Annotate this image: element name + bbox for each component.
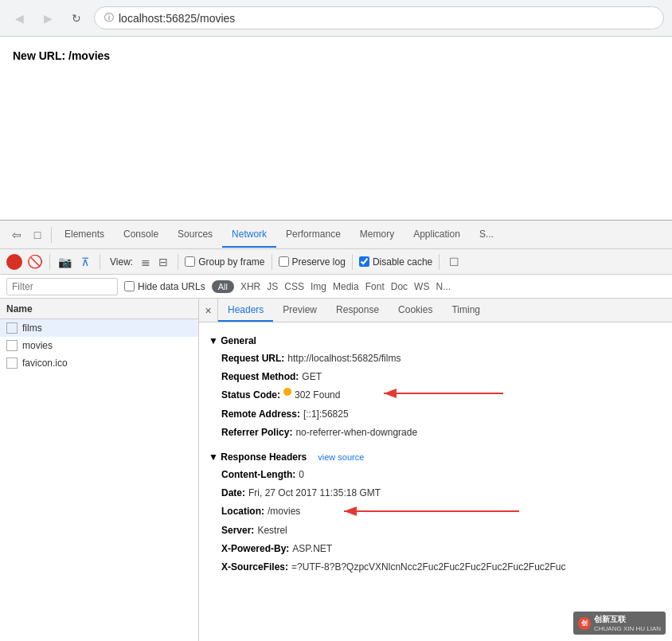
back-button[interactable]: ◀ <box>8 7 30 29</box>
disable-cache-checkbox[interactable] <box>359 256 369 267</box>
camera-button[interactable]: 📷 <box>57 254 72 270</box>
content-length-value: 0 <box>299 467 304 483</box>
tab-cookies[interactable]: Cookies <box>389 299 442 322</box>
detail-row: Server: Kestrel <box>209 522 662 540</box>
lock-icon: ⓘ <box>104 11 114 25</box>
view-label: View: <box>110 256 133 268</box>
request-method-value: GET <box>302 369 322 385</box>
tab-more[interactable]: S... <box>470 222 503 248</box>
page-url-display: New URL: /movies <box>13 49 110 62</box>
preserve-log-group: Preserve log <box>279 256 346 268</box>
filter-n-label[interactable]: N... <box>436 281 451 292</box>
tab-headers[interactable]: Headers <box>218 299 273 322</box>
filter-input[interactable] <box>6 278 118 295</box>
preserve-log-label[interactable]: Preserve log <box>292 256 346 268</box>
filter-css-label[interactable]: CSS <box>284 281 304 292</box>
tab-timing[interactable]: Timing <box>442 299 490 322</box>
hide-data-urls-checkbox[interactable] <box>124 281 135 291</box>
list-item[interactable]: favicon.ico <box>0 354 198 372</box>
toolbar-sep-1 <box>49 254 50 270</box>
name-column-header: Name <box>6 303 33 315</box>
tab-console[interactable]: Console <box>114 222 168 248</box>
toolbar-sep-3 <box>178 254 178 270</box>
status-code-key: Status Code: <box>221 388 280 403</box>
detail-row: X-Powered-By: ASP.NET <box>209 540 662 558</box>
hide-data-urls-label[interactable]: Hide data URLs <box>138 281 205 292</box>
toolbar-sep-6 <box>439 254 440 270</box>
detail-row: Status Code: 302 Found <box>209 386 662 405</box>
tab-sources[interactable]: Sources <box>168 222 222 248</box>
filter-font-label[interactable]: Font <box>365 281 385 292</box>
x-powered-by-key: X-Powered-By: <box>221 541 289 557</box>
toolbar-sep-4 <box>272 254 272 270</box>
file-item-name: favicon.ico <box>22 358 192 369</box>
detail-row: X-SourceFiles: =?UTF-8?B?QzpcVXNlcnNcc2F… <box>209 558 662 577</box>
group-by-frame-label[interactable]: Group by frame <box>198 256 264 268</box>
referrer-policy-key: Referrer Policy: <box>221 425 292 440</box>
view-icon-group: ≣ ⊟ <box>138 254 171 270</box>
forward-button[interactable]: ▶ <box>37 7 59 29</box>
view-source-link[interactable]: view source <box>318 452 364 462</box>
response-headers-section-header: ▼ Response Headers view source <box>209 451 662 463</box>
detail-row: Content-Length: 0 <box>209 466 662 484</box>
file-item-name: movies <box>22 340 192 351</box>
hide-data-urls-group: Hide data URLs <box>124 281 205 292</box>
detail-tab-bar: × Headers Preview Response Cookies Timin… <box>199 299 672 322</box>
record-button[interactable] <box>6 254 22 270</box>
filter-js-label[interactable]: JS <box>267 281 278 292</box>
group-by-frame-checkbox[interactable] <box>185 256 195 267</box>
tab-elements[interactable]: Elements <box>55 222 114 248</box>
tab-memory[interactable]: Memory <box>350 222 404 248</box>
grid-view-button[interactable]: ⊟ <box>155 254 171 270</box>
refresh-button[interactable]: ↻ <box>65 7 88 29</box>
filter-doc-label[interactable]: Doc <box>391 281 408 292</box>
filter-bar: Hide data URLs All XHR JS CSS Img Media … <box>0 275 672 299</box>
detail-row: Location: /movies <box>209 502 662 521</box>
file-checkbox <box>6 340 18 351</box>
filter-xhr-label[interactable]: XHR <box>240 281 260 292</box>
location-value: /movies <box>268 504 300 519</box>
filter-media-label[interactable]: Media <box>333 281 359 292</box>
filter-ws-label[interactable]: WS <box>414 281 429 292</box>
file-list-items: films movies favicon.ico <box>0 319 198 372</box>
tab-response[interactable]: Response <box>326 299 389 322</box>
detail-close-button[interactable]: × <box>199 299 218 322</box>
toolbar-sep-2 <box>100 254 100 270</box>
file-checkbox <box>6 322 18 334</box>
group-by-frame-group: Group by frame <box>185 256 264 268</box>
list-item[interactable]: films <box>0 319 198 337</box>
server-value: Kestrel <box>257 523 287 538</box>
address-bar[interactable]: ⓘ localhost:56825/movies <box>94 6 664 29</box>
content-length-key: Content-Length: <box>221 467 295 483</box>
date-key: Date: <box>221 486 245 501</box>
inspect-button[interactable]: □ <box>27 225 48 245</box>
file-list: Name films movies favicon.ico <box>0 299 199 641</box>
detail-row: Date: Fri, 27 Oct 2017 11:35:18 GMT <box>209 484 662 502</box>
filter-img-label[interactable]: Img <box>311 281 326 292</box>
page-content: New URL: /movies <box>0 37 672 220</box>
offline-button[interactable]: ☐ <box>446 254 462 270</box>
browser-chrome: ◀ ▶ ↻ ⓘ localhost:56825/movies <box>0 0 672 37</box>
tab-preview[interactable]: Preview <box>273 299 326 322</box>
file-list-header: Name <box>0 299 198 319</box>
list-view-button[interactable]: ≣ <box>138 254 154 270</box>
detail-row: Referrer Policy: no-referrer-when-downgr… <box>209 424 662 442</box>
request-method-key: Request Method: <box>221 369 299 385</box>
tab-separator-1 <box>51 227 52 243</box>
x-source-files-key: X-SourceFiles: <box>221 560 288 575</box>
tab-performance[interactable]: Performance <box>276 222 350 248</box>
watermark-pinyin: CHUANG XIN HU LIAN <box>594 625 661 632</box>
tab-network[interactable]: Network <box>222 222 276 248</box>
filter-all-button[interactable]: All <box>212 280 234 293</box>
filter-button[interactable]: ⊼ <box>77 254 93 270</box>
disable-cache-group: Disable cache <box>359 256 432 268</box>
clear-button[interactable]: 🚫 <box>27 254 43 270</box>
network-toolbar: 🚫 📷 ⊼ View: ≣ ⊟ Group by frame Preserve … <box>0 249 672 275</box>
tab-application[interactable]: Application <box>404 222 470 248</box>
referrer-policy-value: no-referrer-when-downgrade <box>295 425 417 440</box>
preserve-log-checkbox[interactable] <box>279 256 289 267</box>
list-item[interactable]: movies <box>0 337 198 354</box>
cursor-tool-button[interactable]: ⇦ <box>6 225 27 245</box>
disable-cache-label[interactable]: Disable cache <box>373 256 432 268</box>
detail-panel: ▼ General Request URL: http://localhost:… <box>199 322 672 641</box>
